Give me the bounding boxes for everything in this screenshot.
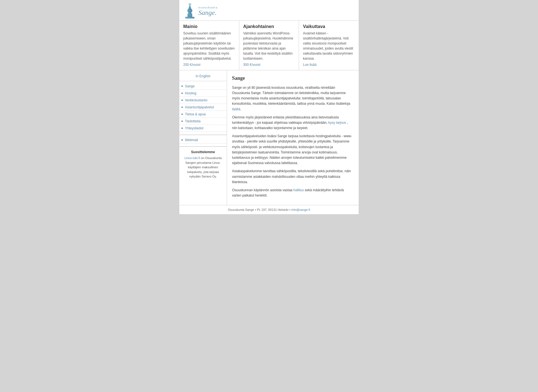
footer: Osuuskunta Sange • PL 197, 00131 Helsink… xyxy=(179,205,359,214)
promo-ajankohtainen-title: Ajankohtainen xyxy=(243,24,295,29)
sidebar-recommend-link[interactable]: Linux-tuki.fi xyxy=(184,156,200,160)
logo-subtext: osuuskunta xyxy=(198,6,218,9)
content-para-4: Asiakaspalvelumme tavoittaa sähköpostill… xyxy=(232,169,354,185)
promo-vaikuttava-link[interactable]: Lue lisää xyxy=(303,63,355,67)
promo-ajankohtainen-text: Valmiiksi asennettu WordPress-julkaisujä… xyxy=(243,31,295,61)
promo-vaikuttava-text: Avaimet käteen -sisällönhallintajärjeste… xyxy=(303,31,355,61)
sidebar-item-yhteystiedot[interactable]: Yhteystiedot xyxy=(179,125,227,132)
sidebar-item-sange[interactable]: Sange xyxy=(179,83,227,90)
sidebar: In English Sange Hosting Verkkotuotanto … xyxy=(179,70,227,205)
footer-text: Osuuskunta Sange • PL 197, 00131 Helsink… xyxy=(228,208,290,211)
promo-vaikuttava-title: Vaikuttava xyxy=(303,24,355,29)
promo-mainio-text: Soveltuu suurien sisältömäärien julkaise… xyxy=(183,31,235,61)
sidebar-link-tiedotteita[interactable]: Tiedotteita xyxy=(179,118,227,125)
promo-ajankohtainen-link[interactable]: 300 €/vuosi xyxy=(243,63,295,67)
logo-name: Sange. xyxy=(198,9,218,17)
content-text-5a: Osuuskunnan käytännön asioista vastaa xyxy=(232,188,292,192)
promo-bar: Mainio Soveltuu suurien sisältömäärien j… xyxy=(179,21,359,70)
sidebar-link-hosting[interactable]: Hosting xyxy=(179,90,227,97)
svg-rect-7 xyxy=(189,4,191,4)
content-para-1: Sange on yli 80 jäsenestä koostuva osuus… xyxy=(232,85,354,112)
sidebar-link-tietoa[interactable]: Tietoa & apua xyxy=(179,111,227,118)
taalta-link[interactable]: täältä xyxy=(232,107,240,111)
promo-ajankohtainen: Ajankohtainen Valmiiksi asennettu WordPr… xyxy=(239,21,299,70)
sidebar-recommend-text: Linux-tuki.fi on Osuuskunta Sangen perus… xyxy=(182,156,224,179)
sidebar-link-yhteystiedot[interactable]: Yhteystiedot xyxy=(179,125,227,132)
logo-chess-icon xyxy=(184,3,196,19)
sidebar-item-asiantuntija[interactable]: Asiantuntijapalvelut xyxy=(179,104,227,111)
sidebar-item-webmail[interactable]: Webmail xyxy=(179,137,227,144)
sidebar-item-hosting[interactable]: Hosting xyxy=(179,90,227,97)
promo-vaikuttava: Vaikuttava Avaimet käteen -sisällönhalli… xyxy=(299,21,359,70)
sidebar-link-webmail[interactable]: Webmail xyxy=(179,137,227,143)
sidebar-item-tiedotteita[interactable]: Tiedotteita xyxy=(179,118,227,125)
content-para-5: Osuuskunnan käytännön asioista vastaa ha… xyxy=(232,188,354,198)
sidebar-link-sange[interactable]: Sange xyxy=(179,83,227,90)
sidebar-recommend-title: Suosittelemme xyxy=(182,150,224,154)
sidebar-item-tietoa[interactable]: Tietoa & apua xyxy=(179,111,227,118)
content-para-3: Asiantuntijapalveluiden lisäksi Sange ta… xyxy=(232,134,354,166)
sidebar-extra-nav: Webmail xyxy=(179,137,227,144)
in-english-link[interactable]: In English xyxy=(196,74,210,78)
hallitus-link[interactable]: hallitus xyxy=(293,188,304,192)
sidebar-divider xyxy=(179,135,227,135)
sidebar-link-verkkotuotanto[interactable]: Verkkotuotanto xyxy=(179,97,227,104)
logo: osuuskunta Sange. xyxy=(184,3,354,19)
in-english-link-wrapper: In English xyxy=(179,73,227,81)
sidebar-divider-2 xyxy=(179,146,227,147)
footer-email[interactable]: info@sange.fi xyxy=(291,208,310,211)
sidebar-recommend: Suosittelemme Linux-tuki.fi on Osuuskunt… xyxy=(179,148,227,181)
content-para-2: Olemme myös järjestäneet erilaisia yleis… xyxy=(232,115,354,131)
sidebar-nav: Sange Hosting Verkkotuotanto Asiantuntij… xyxy=(179,83,227,132)
content-heading: Sange xyxy=(232,74,354,82)
main-content: Sange Sange on yli 80 jäsenestä koostuva… xyxy=(227,70,359,205)
sidebar-link-asiantuntija[interactable]: Asiantuntijapalvelut xyxy=(179,104,227,111)
promo-mainio-title: Mainio xyxy=(183,24,235,29)
sidebar-item-verkkotuotanto[interactable]: Verkkotuotanto xyxy=(179,97,227,104)
content-text-1a: Sange on yli 80 jäsenestä koostuva osuus… xyxy=(232,86,350,106)
promo-mainio: Mainio Soveltuu suurien sisältömäärien j… xyxy=(179,21,239,70)
kysy-tarjous-link[interactable]: kysy tarjous xyxy=(328,121,346,125)
promo-mainio-link[interactable]: 200 €/vuosi xyxy=(183,63,235,67)
